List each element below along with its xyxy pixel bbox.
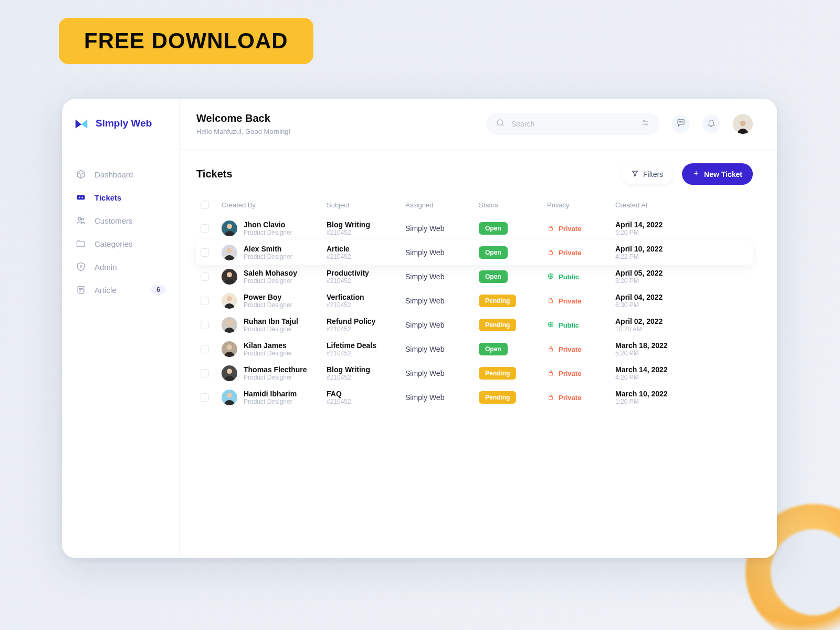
lock-icon (547, 345, 554, 354)
svg-point-5 (80, 266, 82, 267)
sidebar-item-article[interactable]: Article 6 (74, 278, 167, 301)
svg-rect-25 (549, 300, 553, 302)
creator-name: Alex Smith (244, 245, 292, 253)
search-input[interactable] (511, 120, 634, 128)
svg-point-2 (81, 197, 83, 198)
table-row[interactable]: Kilan JamesProduct DesignerLifetime Deal… (196, 337, 753, 361)
globe-icon (547, 272, 554, 281)
privacy-value: Private (547, 345, 615, 354)
table-row[interactable]: Hamidi IbharimProduct DesignerFAQ#210452… (196, 385, 753, 410)
sidebar-item-label: Dashboard (94, 170, 133, 179)
svg-point-3 (78, 217, 81, 220)
brand[interactable]: Simply Web (74, 116, 167, 131)
subject-title: Blog Writing (327, 220, 405, 229)
assigned-value: Simply Web (405, 224, 479, 233)
row-checkbox[interactable] (201, 345, 209, 353)
creator-avatar (222, 220, 237, 236)
col-status[interactable]: Status (479, 201, 547, 209)
notifications-button[interactable] (702, 115, 720, 133)
col-subject[interactable]: Subject (327, 201, 405, 209)
svg-point-4 (81, 218, 83, 220)
row-checkbox[interactable] (201, 369, 209, 377)
chat-icon (676, 118, 686, 130)
filters-button[interactable]: Filters (622, 164, 673, 184)
svg-point-33 (227, 369, 232, 374)
sidebar-item-tickets[interactable]: Tickets (74, 186, 167, 209)
creator-name: Ruhan Ibn Tajul (244, 317, 298, 326)
creator-role: Product Designer (244, 229, 292, 236)
svg-point-21 (227, 272, 232, 277)
row-checkbox[interactable] (201, 224, 209, 233)
users-icon (76, 215, 86, 226)
row-checkbox[interactable] (201, 297, 209, 305)
table-row[interactable]: Thomas FlecthureProduct DesignerBlog Wri… (196, 361, 753, 385)
row-checkbox[interactable] (201, 272, 209, 281)
status-badge: Pending (479, 295, 516, 307)
svg-point-7 (497, 120, 503, 125)
created-time: 5:20 PM (615, 277, 749, 285)
sidebar-item-label: Categories (94, 239, 133, 248)
sliders-icon[interactable] (640, 118, 650, 130)
privacy-value: Private (547, 224, 615, 233)
chat-button[interactable] (672, 115, 690, 133)
created-time: 5:20 PM (615, 350, 749, 357)
greeting: Welcome Back Hello Mahfuzul, Good Mornin… (196, 112, 290, 135)
table-row[interactable]: Power BoyProduct DesignerVerfication#210… (196, 289, 753, 313)
table-row[interactable]: Ruhan Ibn TajulProduct DesignerRefund Po… (196, 313, 753, 337)
subject-id: #210452 (327, 350, 405, 357)
privacy-value: Private (547, 369, 615, 378)
col-privacy[interactable]: Privacy (547, 201, 615, 209)
row-checkbox[interactable] (201, 321, 209, 329)
sidebar-item-label: Article (94, 286, 117, 295)
creator-role: Product Designer (244, 277, 297, 285)
search-box[interactable] (486, 113, 659, 135)
creator-avatar (222, 365, 237, 381)
subject-id: #210452 (327, 277, 405, 285)
row-checkbox[interactable] (201, 393, 209, 402)
svg-rect-0 (77, 195, 85, 200)
subject-id: #210452 (327, 301, 405, 309)
creator-name: Saleh Mohasoy (244, 269, 297, 277)
tickets-table: Created By Subject Assigned Status Priva… (196, 193, 753, 410)
new-ticket-button[interactable]: New Ticket (682, 163, 753, 185)
user-avatar[interactable] (733, 114, 753, 134)
status-badge: Pending (479, 391, 516, 404)
subject-title: Refund Policy (327, 317, 405, 326)
privacy-value: Public (547, 321, 615, 330)
created-time: 1:20 PM (615, 398, 749, 405)
creator-name: Hamidi Ibharim (244, 390, 297, 398)
creator-avatar (222, 269, 237, 285)
col-created-at[interactable]: Created At (615, 201, 749, 209)
table-header: Created By Subject Assigned Status Priva… (196, 193, 753, 216)
table-row[interactable]: Saleh MohasoyProduct DesignerProductivit… (196, 265, 753, 289)
sidebar-item-categories[interactable]: Categories (74, 232, 167, 255)
sidebar-item-admin[interactable]: Admin (74, 255, 167, 278)
header-subtitle: Hello Mahfuzul, Good Morning! (196, 128, 290, 135)
creator-role: Product Designer (244, 374, 307, 381)
creator-avatar (222, 341, 237, 357)
svg-point-24 (227, 296, 232, 301)
subject-title: Article (327, 245, 405, 253)
bell-icon (707, 118, 716, 130)
created-date: April 02, 2022 (615, 317, 749, 326)
table-row[interactable]: Alex SmithProduct DesignerArticle#210452… (196, 240, 753, 265)
sidebar-item-customers[interactable]: Customers (74, 209, 167, 232)
search-icon (496, 118, 505, 130)
svg-rect-34 (549, 372, 553, 375)
created-date: March 18, 2022 (615, 341, 749, 350)
lock-icon (547, 224, 554, 233)
select-all-checkbox[interactable] (201, 201, 209, 209)
page-title: Tickets (196, 168, 233, 180)
row-checkbox[interactable] (201, 248, 209, 257)
lock-icon (547, 297, 554, 306)
col-assigned[interactable]: Assigned (405, 201, 479, 209)
subject-title: Productivity (327, 269, 405, 277)
assigned-value: Simply Web (405, 297, 479, 305)
table-row[interactable]: Jhon ClavioProduct DesignerBlog Writing#… (196, 216, 753, 240)
col-created-by[interactable]: Created By (222, 201, 327, 209)
new-ticket-label: New Ticket (704, 170, 742, 178)
subject-title: Blog Writing (327, 365, 405, 374)
svg-point-9 (646, 124, 647, 125)
subject-id: #210452 (327, 229, 405, 236)
sidebar-item-dashboard[interactable]: Dashboard (74, 163, 167, 186)
